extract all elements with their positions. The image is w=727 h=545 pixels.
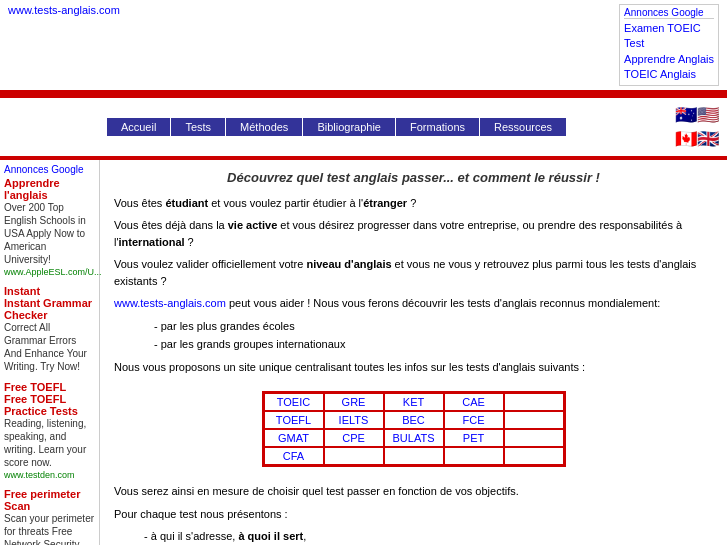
site-link[interactable]: www.tests-anglais.com [8, 4, 120, 16]
test-toefl: TOEFL [264, 411, 324, 429]
sidebar-ad3-free: Free TOEFL [4, 381, 95, 393]
test-empty-1 [504, 393, 564, 411]
bullets-1: - par les plus grandes écoles - par les … [154, 318, 713, 353]
bold-vie-active: vie active [228, 219, 278, 231]
ads-google-label: Annonces Google [624, 7, 714, 19]
link-gre[interactable]: GRE [342, 396, 366, 408]
nav-formations[interactable]: Formations [396, 118, 479, 136]
test-empty-3 [504, 429, 564, 447]
bullets-2: - à qui il s'adresse, à quoi il sert, - … [144, 528, 713, 545]
link-fce[interactable]: FCE [463, 414, 485, 426]
para-2: Vous êtes déjà dans la vie active et vou… [114, 217, 713, 250]
sidebar-ad1-title-link[interactable]: Apprendre l'anglais [4, 177, 60, 201]
ad-link-1[interactable]: Examen TOEIC [624, 21, 714, 36]
nav-ressources[interactable]: Ressources [480, 118, 566, 136]
nav-bar: Accueil Tests Méthodes Bibliographie For… [0, 98, 727, 156]
sidebar-ad-2: Instant Instant Grammar Checker Correct … [4, 285, 95, 373]
link-cpe[interactable]: CPE [342, 432, 365, 444]
test-empty-5 [384, 447, 444, 465]
sidebar-ad2-body: Correct All Grammar Errors And Enhance Y… [4, 321, 95, 373]
para-7: Pour chaque test nous présentons : [114, 506, 713, 523]
para-6: Vous serez ainsi en mesure de choisir qu… [114, 483, 713, 500]
top-left: www.tests-anglais.com [8, 4, 120, 16]
para4-suffix: peut vous aider ! Nous vous ferons décou… [226, 297, 660, 309]
test-gre: GRE [324, 393, 384, 411]
flag-ca-gb: 🇨🇦🇬🇧 [675, 128, 719, 150]
main-layout: Annonces Google Apprendre l'anglais Over… [0, 160, 727, 545]
bold-international: international [119, 236, 185, 248]
test-toeic: TOEIC [264, 393, 324, 411]
test-fce: FCE [444, 411, 504, 429]
link-ielts[interactable]: IELTS [339, 414, 369, 426]
link-pet[interactable]: PET [463, 432, 484, 444]
para-1: Vous êtes étudiant et vous voulez partir… [114, 195, 713, 212]
nav-tests[interactable]: Tests [171, 118, 225, 136]
test-cae: CAE [444, 393, 504, 411]
test-empty-7 [504, 447, 564, 465]
test-cfa: CFA [264, 447, 324, 465]
sidebar-ad-4: Free perimeter Scan Scan your perimeter … [4, 488, 95, 545]
link-cfa[interactable]: CFA [283, 450, 304, 462]
link-bulats[interactable]: BULATS [393, 432, 435, 444]
content-area: Découvrez quel test anglais passer... et… [100, 160, 727, 545]
test-bec: BEC [384, 411, 444, 429]
nav-accueil[interactable]: Accueil [107, 118, 170, 136]
test-gmat: GMAT [264, 429, 324, 447]
top-ads: Annonces Google Examen TOEIC Test Appren… [619, 4, 719, 86]
link-cae[interactable]: CAE [462, 396, 485, 408]
sidebar-ad3-body: Reading, listening, speaking, and writin… [4, 417, 95, 469]
sidebar-ad3-title-link[interactable]: Free TOEFL Practice Tests [4, 393, 78, 417]
test-grid-wrapper: TOEIC GRE KET CAE TOEFL IELTS BEC FCE GM… [114, 383, 713, 475]
test-empty-4 [324, 447, 384, 465]
flag-au-us: 🇦🇺🇺🇸 [675, 104, 719, 126]
test-ket: KET [384, 393, 444, 411]
sidebar: Annonces Google Apprendre l'anglais Over… [0, 160, 100, 545]
flag-area: 🇦🇺🇺🇸 🇨🇦🇬🇧 [675, 104, 727, 150]
top-bar: www.tests-anglais.com Annonces Google Ex… [0, 0, 727, 92]
bold-aquoi: à quoi il sert [238, 530, 303, 542]
test-ielts: IELTS [324, 411, 384, 429]
nav-biblio[interactable]: Bibliographie [303, 118, 395, 136]
link-ket[interactable]: KET [403, 396, 424, 408]
link-toeic[interactable]: TOEIC [277, 396, 310, 408]
sidebar-ad-3: Free TOEFL Free TOEFL Practice Tests Rea… [4, 381, 95, 480]
link-bec[interactable]: BEC [402, 414, 425, 426]
ad-link-2[interactable]: Test [624, 36, 714, 51]
bullet-1-1: - par les plus grandes écoles [154, 318, 713, 335]
site-link-content[interactable]: www.tests-anglais.com [114, 297, 226, 309]
sidebar-ad4-title-link[interactable]: Free perimeter Scan [4, 488, 80, 512]
link-toefl[interactable]: TOEFL [276, 414, 311, 426]
test-grid: TOEIC GRE KET CAE TOEFL IELTS BEC FCE GM… [262, 391, 566, 467]
ad-link-4[interactable]: TOEIC Anglais [624, 67, 714, 82]
bold-etudiant: étudiant [165, 197, 208, 209]
sidebar-ad-1: Apprendre l'anglais Over 200 Top English… [4, 177, 95, 277]
bold-etranger: étranger [363, 197, 407, 209]
bullet-2-1: - à qui il s'adresse, à quoi il sert, [144, 528, 713, 545]
para-5: Nous vous proposons un site unique centr… [114, 359, 713, 376]
link-gmat[interactable]: GMAT [278, 432, 309, 444]
nav-items: Accueil Tests Méthodes Bibliographie For… [107, 118, 566, 136]
sidebar-ad2-title-link[interactable]: Instant Grammar Checker [4, 297, 92, 321]
page-headline: Découvrez quel test anglais passer... et… [114, 170, 713, 185]
test-empty-2 [504, 411, 564, 429]
nav-methodes[interactable]: Méthodes [226, 118, 302, 136]
test-cpe: CPE [324, 429, 384, 447]
bullet-1-2: - par les grands groupes internationaux [154, 336, 713, 353]
para-3: Vous voulez valider officiellement votre… [114, 256, 713, 289]
test-pet: PET [444, 429, 504, 447]
sidebar-ad1-body: Over 200 Top English Schools in USA Appl… [4, 201, 95, 266]
test-bulats: BULATS [384, 429, 444, 447]
ads-google-top: Annonces Google Examen TOEIC Test Appren… [619, 4, 719, 86]
sidebar-ads-label: Annonces Google [4, 164, 95, 175]
sidebar-ad1-url: www.AppleESL.com/U... [4, 267, 102, 277]
sidebar-ad4-body: Scan your perimeter for threats Free Net… [4, 512, 95, 545]
sidebar-ad2-title: Instant [4, 285, 95, 297]
bold-niveau: niveau d'anglais [306, 258, 391, 270]
para-4: www.tests-anglais.com peut vous aider ! … [114, 295, 713, 312]
test-empty-6 [444, 447, 504, 465]
sidebar-ad3-url: www.testden.com [4, 470, 75, 480]
ad-link-3[interactable]: Apprendre Anglais [624, 52, 714, 67]
